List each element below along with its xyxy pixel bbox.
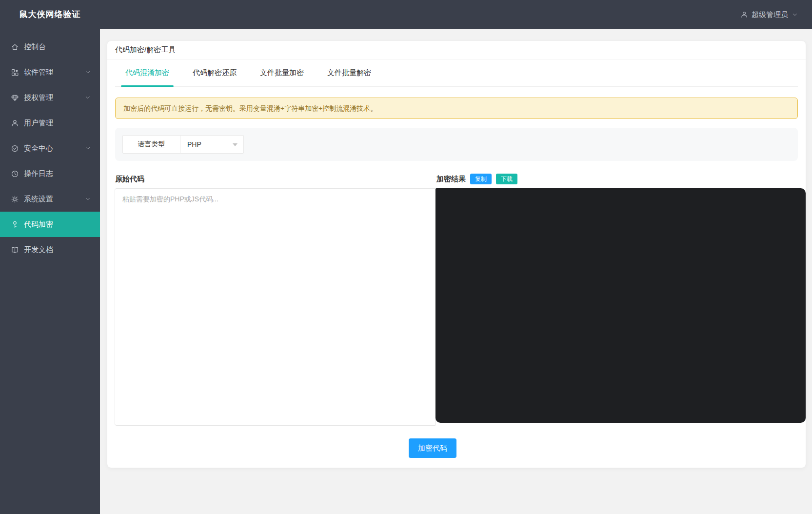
user-icon: [740, 11, 748, 19]
top-header: 超级管理员: [100, 0, 812, 29]
sidebar-item-license[interactable]: 授权管理: [0, 85, 100, 110]
info-alert: 加密后的代码可直接运行，无需密钥。采用变量混淆+字符串加密+控制流混淆技术。: [115, 98, 798, 119]
tab-decrypt-restore[interactable]: 代码解密还原: [188, 59, 241, 86]
sidebar: 鼠大侠网络验证 控制台 软件管理 授权管理: [0, 0, 100, 514]
source-code-label: 原始代码: [115, 175, 144, 183]
sidebar-item-security[interactable]: 安全中心: [0, 136, 100, 161]
key-icon: [11, 220, 19, 229]
diamond-icon: [11, 94, 19, 102]
user-icon: [11, 119, 19, 127]
chevron-down-icon: [84, 94, 91, 101]
clock-icon: [11, 170, 19, 178]
sidebar-item-console[interactable]: 控制台: [0, 34, 100, 59]
sidebar-item-label: 操作日志: [24, 169, 91, 178]
tool-tabs: 代码混淆加密 代码解密还原 文件批量加密 文件批量解密: [115, 59, 798, 87]
tab-batch-file-encrypt[interactable]: 文件批量加密: [256, 59, 308, 86]
sidebar-item-docs[interactable]: 开发文档: [0, 237, 100, 262]
tab-obfuscate-encrypt[interactable]: 代码混淆加密: [121, 59, 174, 86]
options-panel: 语言类型 PHP: [115, 128, 798, 161]
copy-button[interactable]: 复制: [470, 174, 492, 184]
card-header: 代码加密/解密工具: [107, 41, 806, 59]
io-labels-row: 原始代码 加密结果 复制 下载: [115, 174, 798, 184]
language-group: 语言类型 PHP: [122, 135, 244, 154]
tab-label: 代码解密还原: [193, 68, 237, 78]
tab-label: 代码混淆加密: [125, 68, 169, 78]
tab-batch-file-decrypt[interactable]: 文件批量解密: [323, 59, 376, 86]
sidebar-item-label: 系统设置: [24, 195, 84, 204]
encrypt-button[interactable]: 加密代码: [409, 438, 456, 458]
sidebar-item-label: 代码加密: [24, 220, 91, 229]
source-code-input[interactable]: [115, 188, 436, 426]
shield-check-icon: [11, 144, 19, 153]
result-label: 加密结果: [436, 175, 466, 184]
download-button[interactable]: 下载: [496, 174, 517, 184]
chevron-down-icon: [792, 11, 798, 18]
tab-label: 文件批量加密: [260, 68, 304, 78]
gear-icon: [11, 195, 19, 203]
language-value: PHP: [187, 140, 201, 148]
book-icon: [11, 246, 19, 254]
editors-row: [115, 188, 806, 426]
sidebar-item-users[interactable]: 用户管理: [0, 110, 100, 136]
language-label: 语言类型: [122, 135, 180, 154]
sidebar-item-label: 开发文档: [24, 245, 91, 255]
language-select[interactable]: PHP: [180, 135, 244, 154]
apps-icon: [11, 68, 19, 77]
caret-down-icon: [233, 143, 238, 146]
page-title: 代码加密/解密工具: [115, 45, 176, 55]
tab-label: 文件批量解密: [327, 68, 371, 78]
sidebar-item-label: 安全中心: [24, 144, 84, 153]
sidebar-item-label: 控制台: [24, 42, 91, 52]
sidebar-item-label: 授权管理: [24, 93, 84, 102]
sidebar-item-software[interactable]: 软件管理: [0, 59, 100, 85]
user-name: 超级管理员: [752, 10, 788, 20]
chevron-down-icon: [84, 196, 91, 202]
encrypted-output[interactable]: [436, 188, 806, 423]
chevron-down-icon: [84, 69, 91, 76]
sidebar-item-label: 用户管理: [24, 119, 91, 128]
sidebar-item-logs[interactable]: 操作日志: [0, 161, 100, 186]
sidebar-item-settings[interactable]: 系统设置: [0, 186, 100, 212]
home-icon: [11, 43, 19, 51]
sidebar-item-code-encrypt[interactable]: 代码加密: [0, 212, 100, 237]
chevron-down-icon: [84, 145, 91, 152]
main-card: 代码加密/解密工具 代码混淆加密 代码解密还原 文件批量加密 文件批量解密 加密…: [107, 41, 806, 468]
encrypt-button-row: 加密代码: [107, 438, 806, 458]
sidebar-item-label: 软件管理: [24, 68, 84, 77]
sidebar-nav: 控制台 软件管理 授权管理 用户管理: [0, 29, 100, 262]
app-title: 鼠大侠网络验证: [0, 0, 100, 29]
user-menu[interactable]: 超级管理员: [740, 10, 798, 20]
